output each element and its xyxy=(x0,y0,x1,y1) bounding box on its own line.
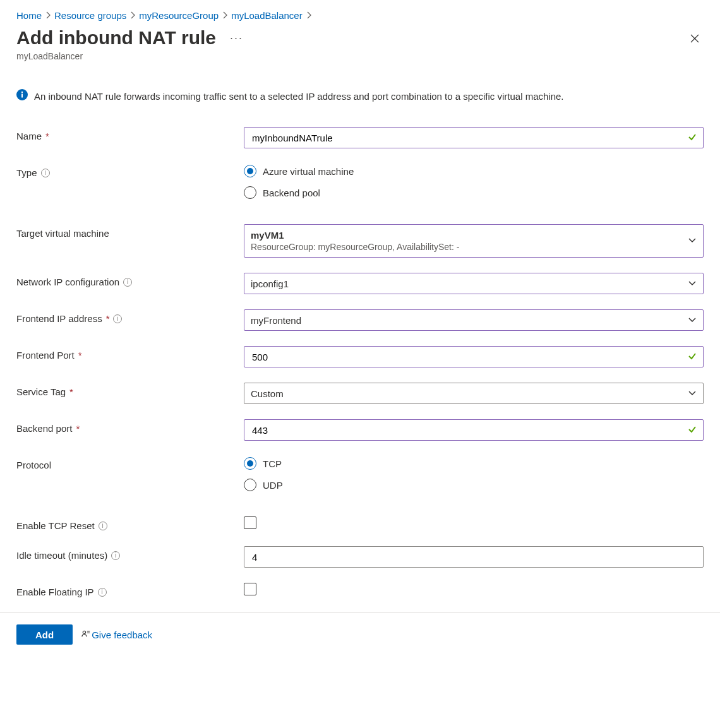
target-vm-sub: ResourceGroup: myResourceGroup, Availabi… xyxy=(251,242,684,252)
name-label: Name xyxy=(16,131,42,141)
info-text: An inbound NAT rule forwards incoming tr… xyxy=(34,89,564,104)
info-banner: An inbound NAT rule forwards incoming tr… xyxy=(16,89,704,104)
info-tooltip-icon[interactable]: i xyxy=(113,314,122,323)
radio-label: Backend pool xyxy=(263,188,320,198)
chevron-right-icon xyxy=(222,11,227,21)
backend-port-input[interactable] xyxy=(251,420,684,440)
add-button[interactable]: Add xyxy=(16,624,73,645)
checkmark-icon xyxy=(688,133,697,143)
target-vm-value: myVM1 xyxy=(251,230,684,241)
breadcrumb: Home Resource groups myResourceGroup myL… xyxy=(16,8,704,27)
page-subtitle: myLoadBalancer xyxy=(16,51,246,61)
backend-port-label: Backend port xyxy=(16,423,72,434)
info-tooltip-icon[interactable]: i xyxy=(123,278,132,287)
frontend-port-input[interactable] xyxy=(251,347,684,367)
chevron-right-icon xyxy=(306,11,311,21)
radio-icon xyxy=(244,186,256,199)
frontend-port-input-wrapper xyxy=(244,346,704,367)
feedback-label: Give feedback xyxy=(92,630,152,640)
info-tooltip-icon[interactable]: i xyxy=(98,588,107,597)
info-icon xyxy=(16,89,28,100)
tcp-reset-label: Enable TCP Reset xyxy=(16,520,95,531)
service-tag-value: Custom xyxy=(251,388,284,399)
breadcrumb-item-my-load-balancer[interactable]: myLoadBalancer xyxy=(231,10,303,21)
protocol-radio-tcp[interactable]: TCP xyxy=(244,457,704,470)
network-ip-value: ipconfig1 xyxy=(251,278,289,289)
info-tooltip-icon[interactable]: i xyxy=(41,169,50,177)
radio-icon xyxy=(244,165,256,177)
type-radio-backend-pool[interactable]: Backend pool xyxy=(244,186,704,199)
target-vm-select[interactable]: myVM1 ResourceGroup: myResourceGroup, Av… xyxy=(244,224,704,258)
radio-icon xyxy=(244,479,256,491)
target-vm-label: Target virtual machine xyxy=(16,228,109,239)
footer: Add Give feedback xyxy=(0,612,720,656)
svg-rect-2 xyxy=(21,94,23,98)
more-actions-button[interactable]: ··· xyxy=(227,29,246,47)
feedback-link[interactable]: Give feedback xyxy=(81,630,152,640)
info-tooltip-icon[interactable]: i xyxy=(99,522,107,530)
name-input[interactable] xyxy=(251,128,684,148)
required-indicator: * xyxy=(76,423,80,434)
name-input-wrapper xyxy=(244,127,704,148)
radio-icon xyxy=(244,457,256,470)
network-ip-label: Network IP configuration xyxy=(16,277,119,287)
type-radio-group: Azure virtual machine Backend pool xyxy=(244,164,704,199)
frontend-ip-value: myFrontend xyxy=(251,315,301,326)
chevron-right-icon xyxy=(130,11,135,21)
backend-port-input-wrapper xyxy=(244,419,704,441)
chevron-down-icon xyxy=(688,315,697,326)
protocol-label: Protocol xyxy=(16,460,51,470)
breadcrumb-item-resource-groups[interactable]: Resource groups xyxy=(54,10,126,21)
service-tag-select[interactable]: Custom xyxy=(244,383,704,404)
chevron-down-icon xyxy=(688,388,697,399)
chevron-down-icon xyxy=(688,236,697,246)
radio-label: Azure virtual machine xyxy=(263,166,354,177)
required-indicator: * xyxy=(78,350,82,361)
breadcrumb-item-my-resource-group[interactable]: myResourceGroup xyxy=(139,10,219,21)
checkmark-icon xyxy=(688,352,697,362)
type-label: Type xyxy=(16,167,37,178)
tcp-reset-checkbox[interactable] xyxy=(244,516,256,529)
type-radio-azure-vm[interactable]: Azure virtual machine xyxy=(244,165,704,177)
info-tooltip-icon[interactable]: i xyxy=(111,551,120,560)
svg-point-1 xyxy=(21,92,23,93)
feedback-icon xyxy=(81,630,90,640)
required-indicator: * xyxy=(69,386,73,397)
protocol-radio-group: TCP UDP xyxy=(244,456,704,491)
protocol-radio-udp[interactable]: UDP xyxy=(244,479,704,491)
required-indicator: * xyxy=(106,313,110,324)
chevron-down-icon xyxy=(688,278,697,289)
floating-ip-checkbox[interactable] xyxy=(244,583,256,595)
radio-label: UDP xyxy=(263,480,283,491)
close-icon xyxy=(690,36,700,45)
service-tag-label: Service Tag xyxy=(16,386,66,397)
close-button[interactable] xyxy=(686,30,704,49)
radio-label: TCP xyxy=(263,458,282,469)
frontend-ip-select[interactable]: myFrontend xyxy=(244,309,704,331)
checkmark-icon xyxy=(688,425,697,436)
network-ip-select[interactable]: ipconfig1 xyxy=(244,273,704,294)
required-indicator: * xyxy=(45,131,49,141)
idle-timeout-input[interactable] xyxy=(251,547,697,567)
frontend-ip-label: Frontend IP address xyxy=(16,313,102,324)
idle-timeout-label: Idle timeout (minutes) xyxy=(16,550,107,561)
frontend-port-label: Frontend Port xyxy=(16,350,75,361)
floating-ip-label: Enable Floating IP xyxy=(16,587,94,597)
chevron-right-icon xyxy=(45,11,51,21)
page-title: Add inbound NAT rule xyxy=(16,27,216,49)
idle-timeout-input-wrapper xyxy=(244,546,704,568)
breadcrumb-item-home[interactable]: Home xyxy=(16,10,42,21)
svg-point-3 xyxy=(83,631,85,633)
